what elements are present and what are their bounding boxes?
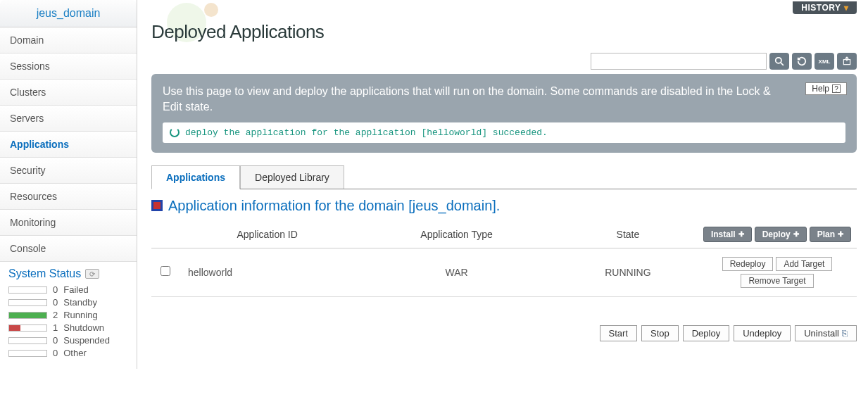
plan-button[interactable]: Plan✚ bbox=[810, 227, 851, 242]
plus-icon: ✚ bbox=[793, 230, 799, 238]
main-content: HISTORY ▾ Deployed Applications XML Help… bbox=[137, 0, 868, 369]
status-bar bbox=[8, 337, 47, 344]
svg-line-3 bbox=[781, 63, 784, 65]
search-input[interactable] bbox=[591, 53, 767, 70]
question-icon: ? bbox=[832, 84, 841, 93]
status-bar bbox=[8, 299, 47, 306]
deploy-action-button[interactable]: Deploy bbox=[683, 325, 729, 341]
status-count: 0 bbox=[53, 348, 58, 358]
sidebar-item-resources[interactable]: Resources bbox=[0, 184, 137, 210]
system-status-panel: System Status ⟳ 0Failed0Standby2Running1… bbox=[0, 262, 137, 369]
status-label: Running bbox=[63, 310, 97, 320]
status-label: Suspended bbox=[63, 335, 110, 346]
banner-description: Use this page to view and deploy the app… bbox=[163, 84, 845, 115]
cell-app-id: helloworld bbox=[180, 248, 355, 296]
xml-icon[interactable]: XML bbox=[814, 53, 834, 70]
status-row: 1Shutdown bbox=[8, 322, 128, 333]
status-row: 2Running bbox=[8, 310, 128, 320]
status-bar bbox=[8, 312, 47, 319]
export-icon[interactable] bbox=[837, 53, 857, 70]
row-checkbox[interactable] bbox=[161, 266, 170, 276]
col-app-id: Application ID bbox=[180, 221, 355, 248]
col-app-type: Application Type bbox=[355, 221, 558, 248]
status-count: 1 bbox=[53, 322, 58, 333]
sidebar-item-applications[interactable]: Applications bbox=[0, 132, 137, 158]
stop-button[interactable]: Stop bbox=[641, 325, 679, 341]
cell-app-type: WAR bbox=[355, 248, 558, 296]
page-title: Deployed Applications bbox=[151, 21, 857, 43]
status-bar bbox=[8, 286, 47, 294]
bottom-actions: Start Stop Deploy Undeploy Uninstall ⎘ bbox=[151, 325, 857, 341]
plus-icon: ✚ bbox=[838, 230, 843, 238]
tabs: Applications Deployed Library bbox=[151, 165, 857, 189]
status-label: Other bbox=[63, 348, 87, 358]
refresh-icon[interactable] bbox=[792, 53, 812, 70]
status-count: 0 bbox=[53, 284, 58, 295]
status-count: 0 bbox=[53, 297, 58, 308]
sidebar-domain-header[interactable]: jeus_domain bbox=[0, 0, 137, 27]
sidebar-item-sessions[interactable]: Sessions bbox=[0, 53, 137, 80]
start-button[interactable]: Start bbox=[600, 325, 637, 341]
add-target-button[interactable]: Add Target bbox=[776, 257, 832, 271]
status-label: Failed bbox=[63, 284, 88, 295]
col-state: State bbox=[558, 221, 698, 248]
svg-point-2 bbox=[776, 58, 781, 63]
sidebar-item-clusters[interactable]: Clusters bbox=[0, 80, 137, 106]
tab-applications[interactable]: Applications bbox=[151, 165, 240, 189]
remove-target-button[interactable]: Remove Target bbox=[741, 274, 813, 288]
refresh-status-icon[interactable]: ⟳ bbox=[85, 269, 99, 279]
status-bar bbox=[8, 324, 47, 332]
status-count: 0 bbox=[53, 335, 58, 346]
deploy-button[interactable]: Deploy✚ bbox=[755, 227, 807, 242]
chevron-down-icon: ▾ bbox=[844, 3, 849, 13]
undeploy-button[interactable]: Undeploy bbox=[734, 325, 791, 341]
sidebar-item-servers[interactable]: Servers bbox=[0, 106, 137, 132]
status-row: 0Failed bbox=[8, 284, 128, 295]
status-row: 0Suspended bbox=[8, 335, 128, 346]
plus-icon: ✚ bbox=[738, 230, 744, 238]
info-banner: Help ? Use this page to view and deploy … bbox=[151, 74, 857, 153]
applications-table: Application ID Application Type State In… bbox=[151, 221, 857, 297]
uninstall-icon: ⎘ bbox=[842, 328, 848, 339]
help-button[interactable]: Help ? bbox=[805, 82, 847, 95]
sidebar-item-monitoring[interactable]: Monitoring bbox=[0, 210, 137, 236]
sidebar: jeus_domain Domain Sessions Clusters Ser… bbox=[0, 0, 137, 369]
redeploy-button[interactable]: Redeploy bbox=[722, 257, 774, 271]
search-icon[interactable] bbox=[769, 53, 789, 70]
status-label: Shutdown bbox=[63, 322, 104, 333]
tab-deployed-library[interactable]: Deployed Library bbox=[240, 165, 344, 189]
status-row: 0Standby bbox=[8, 297, 128, 308]
sidebar-item-security[interactable]: Security bbox=[0, 158, 137, 184]
success-icon bbox=[170, 127, 180, 137]
sidebar-item-console[interactable]: Console bbox=[0, 236, 137, 262]
system-status-title: System Status ⟳ bbox=[8, 267, 128, 280]
status-count: 2 bbox=[53, 310, 58, 320]
section-title: Application information for the domain [… bbox=[151, 198, 857, 214]
uninstall-button[interactable]: Uninstall ⎘ bbox=[795, 325, 857, 341]
status-message: deploy the application for the applicati… bbox=[163, 122, 845, 143]
section-icon bbox=[151, 200, 163, 211]
install-button[interactable]: Install✚ bbox=[703, 227, 752, 242]
cell-state: RUNNING bbox=[558, 248, 698, 296]
status-bar bbox=[8, 350, 47, 357]
status-label: Standby bbox=[63, 297, 97, 308]
status-row: 0Other bbox=[8, 348, 128, 358]
sidebar-item-domain[interactable]: Domain bbox=[0, 27, 137, 53]
table-row: helloworld WAR RUNNING Redeploy Add Targ… bbox=[151, 248, 857, 296]
history-button[interactable]: HISTORY ▾ bbox=[793, 1, 857, 14]
